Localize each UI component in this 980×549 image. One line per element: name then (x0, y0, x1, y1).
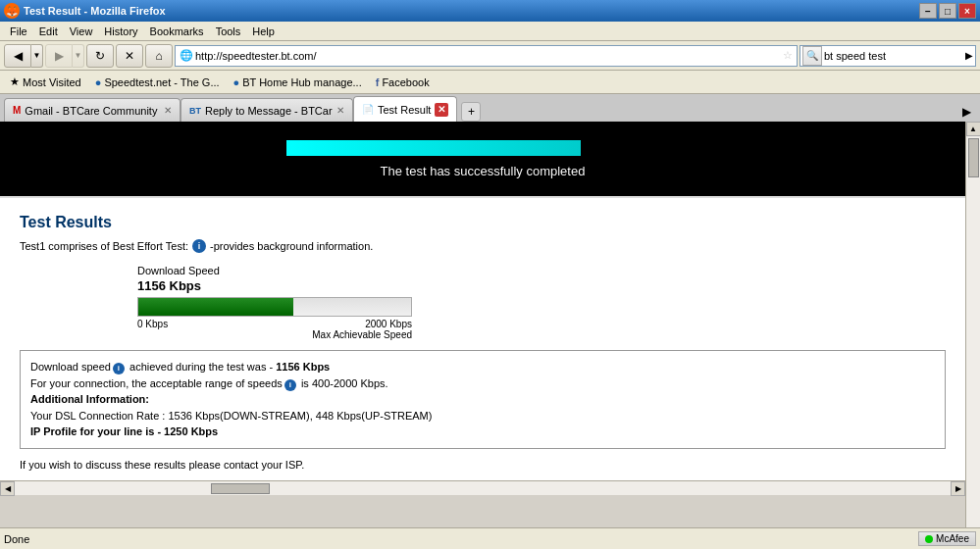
status-bar: Done McAfee (0, 527, 980, 549)
gmail-tab-icon: M (13, 105, 21, 116)
main-content: The test has successfully completed Test… (0, 122, 965, 543)
info-range-text: For your connection, the acceptable rang… (30, 377, 283, 389)
firefox-icon: 🦊 (4, 3, 20, 19)
contact-text: If you wish to discuss these results ple… (20, 459, 946, 471)
info-achieved-text: achieved during the test was - (127, 361, 276, 373)
info-icon-inline: i (113, 363, 125, 374)
info-download-label: Download speed (30, 361, 111, 373)
menu-help[interactable]: Help (246, 24, 281, 39)
site-icon: 🌐 (180, 49, 193, 62)
search-bar: 🔍 ▶ (799, 45, 976, 67)
menu-history[interactable]: History (98, 24, 143, 39)
menu-edit[interactable]: Edit (33, 24, 64, 39)
speed-max-desc: Max Achievable Speed (312, 329, 412, 340)
speed-section-label: Download Speed (137, 265, 946, 276)
content-wrapper: The test has successfully completed Test… (0, 122, 980, 543)
speed-section: Download Speed 1156 Kbps 0 Kbps 2000 Kbp… (137, 265, 946, 340)
tab-label: Gmail - BTCare Community Forums Sub... (25, 105, 160, 117)
search-submit-icon[interactable]: ▶ (965, 50, 973, 61)
mcafee-label: McAfee (936, 533, 969, 544)
hscroll-left-arrow[interactable]: ◀ (0, 481, 15, 496)
hscroll-thumb[interactable] (211, 483, 270, 494)
maximize-button[interactable]: □ (939, 3, 956, 19)
info-range-value: is 400-2000 Kbps. (298, 377, 388, 389)
search-engine-icon[interactable]: 🔍 (802, 46, 822, 66)
bookmark-facebook[interactable]: f Facebook (370, 75, 436, 90)
bt-tab-icon: BT (189, 106, 201, 116)
menu-file[interactable]: File (4, 24, 33, 39)
info-ip-text: IP Profile for your line is - 1250 Kbps (30, 425, 218, 437)
tab-close-icon[interactable]: ✕ (164, 105, 172, 116)
results-title: Test Results (20, 214, 946, 231)
speed-value: 1156 Kbps (137, 278, 946, 293)
speed-bar-labels: 0 Kbps 2000 Kbps Max Achievable Speed (137, 319, 412, 340)
address-input[interactable] (195, 50, 783, 62)
subtitle-text: Test1 comprises of Best Effort Test: (20, 240, 188, 252)
back-dropdown-button[interactable]: ▼ (31, 44, 43, 68)
progress-bar-fill (286, 140, 581, 156)
progress-bar-container (286, 140, 679, 156)
tab-reply[interactable]: BT Reply to Message - BTCare Community .… (181, 98, 353, 122)
browser-content-area: The test has successfully completed (0, 122, 965, 196)
mcafee-status-dot (925, 535, 933, 543)
results-subtitle: Test1 comprises of Best Effort Test: i -… (20, 239, 946, 253)
speedtest-icon: ● (95, 76, 102, 88)
back-button[interactable]: ◀ (4, 44, 31, 68)
forward-button[interactable]: ▶ (45, 44, 73, 68)
new-tab-button[interactable]: + (461, 102, 481, 122)
search-input[interactable] (822, 50, 965, 62)
stop-button[interactable]: ✕ (116, 44, 143, 68)
nav-bar: ◀ ▼ ▶ ▼ ↻ ✕ ⌂ 🌐 ☆ 🔍 ▶ (0, 41, 980, 71)
tab-close-button[interactable]: ✕ (435, 103, 448, 117)
home-button[interactable]: ⌂ (145, 44, 173, 68)
status-text: Done (4, 533, 29, 545)
title-bar: 🦊 Test Result - Mozilla Firefox − □ × (0, 0, 980, 22)
menu-bookmarks[interactable]: Bookmarks (144, 24, 210, 39)
vertical-scrollbar[interactable]: ▲ ▼ (965, 122, 980, 543)
tab-close-icon[interactable]: ✕ (336, 105, 344, 116)
tab-gmail[interactable]: M Gmail - BTCare Community Forums Sub...… (4, 98, 181, 122)
horizontal-scrollbar[interactable]: ◀ ▶ (0, 480, 965, 495)
tab-label: Test Result (378, 104, 431, 116)
scroll-thumb[interactable] (968, 138, 979, 177)
bookmark-most-visited[interactable]: ★ Most Visited (4, 74, 87, 90)
reload-button[interactable]: ↻ (86, 44, 114, 68)
window-title: Test Result - Mozilla Firefox (24, 5, 166, 17)
hscroll-right-arrow[interactable]: ▶ (951, 481, 965, 496)
facebook-icon: f (376, 76, 380, 88)
bookmark-label: Speedtest.net - The G... (104, 76, 219, 88)
nav-back-group: ◀ ▼ (4, 44, 43, 68)
results-area: Test Results Test1 comprises of Best Eff… (0, 196, 965, 480)
bthomehub-icon: ● (233, 76, 240, 88)
page-tab-icon: 📄 (362, 104, 374, 115)
menu-view[interactable]: View (64, 24, 99, 39)
bookmarks-bar: ★ Most Visited ● Speedtest.net - The G..… (0, 71, 980, 94)
forward-dropdown-button[interactable]: ▼ (73, 44, 84, 68)
hscroll-track[interactable] (15, 481, 951, 495)
tab-testresult[interactable]: 📄 Test Result ✕ (353, 96, 457, 122)
close-window-button[interactable]: × (958, 3, 976, 19)
completion-status-text: The test has successfully completed (381, 164, 586, 178)
bookmark-label: BT Home Hub manage... (242, 76, 361, 88)
subtitle-info: -provides background information. (210, 240, 373, 252)
bookmark-bthomehub[interactable]: ● BT Home Hub manage... (228, 75, 368, 90)
tab-scroll-button[interactable]: ▶ (956, 102, 976, 122)
menu-tools[interactable]: Tools (210, 24, 247, 39)
minimize-button[interactable]: − (919, 3, 937, 19)
bookmark-label: Most Visited (23, 76, 81, 88)
scroll-up-arrow[interactable]: ▲ (966, 122, 981, 136)
window-controls: − □ × (919, 3, 976, 19)
mcafee-badge[interactable]: McAfee (918, 531, 976, 546)
info-additional-label: Additional Information: (30, 393, 149, 405)
speed-max-label: 2000 Kbps (365, 319, 412, 329)
nav-forward-group: ▶ ▼ (45, 44, 84, 68)
speed-bar-wrapper (137, 297, 412, 317)
speed-min-label: 0 Kbps (137, 319, 168, 340)
bookmark-speedtest[interactable]: ● Speedtest.net - The G... (89, 75, 226, 90)
tabs-bar: M Gmail - BTCare Community Forums Sub...… (0, 94, 980, 122)
info-icon: i (192, 239, 206, 253)
tab-label: Reply to Message - BTCare Community ... (205, 105, 333, 117)
info-dsl-text: Your DSL Connection Rate : 1536 Kbps(DOW… (30, 410, 432, 422)
bookmark-star-icon[interactable]: ☆ (783, 49, 793, 62)
info-icon-inline2: i (284, 379, 296, 391)
